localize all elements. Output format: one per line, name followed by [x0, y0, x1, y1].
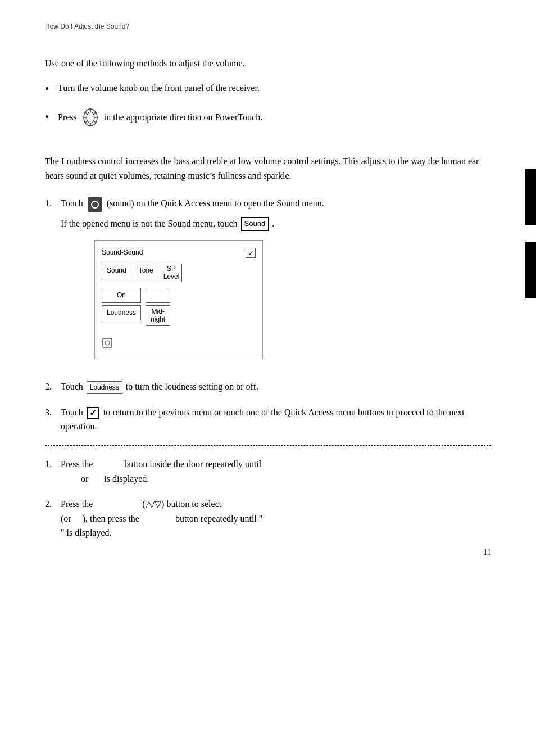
powertouch-icon	[80, 107, 101, 128]
bottom-step-2-content: Press the (△/▽) button to select (or ), …	[61, 497, 262, 540]
screen-cell-empty	[146, 288, 170, 303]
checkmark-box-icon: ✓	[87, 407, 99, 419]
screen-tab-sp-level: SP Level	[161, 264, 183, 282]
sound-menu-icon	[88, 197, 102, 212]
gear-lines	[91, 201, 99, 209]
step-3-text-before: Touch	[61, 408, 85, 417]
bottom-step-2-text2: (or ), then press the button repeatedly …	[61, 514, 262, 523]
sound-menu-badge: Sound	[241, 217, 269, 231]
steps-list: 1. Touch (sound) on the Quick Access men…	[45, 196, 491, 434]
step-3-text-after: to return to the previous menu or touch …	[61, 408, 465, 432]
step-1: 1. Touch (sound) on the Quick Access men…	[45, 196, 491, 368]
step-1-text-before: Touch	[61, 198, 85, 208]
bottom-step-1-content: Press the button inside the door repeate…	[61, 457, 261, 486]
page-number: 11	[484, 548, 491, 557]
bullet-dot-1: •	[45, 80, 49, 97]
bottom-step-1: 1. Press the button inside the door repe…	[45, 457, 491, 486]
bullet-item-1: • Turn the volume knob on the front pane…	[45, 79, 491, 97]
svg-point-11	[105, 341, 110, 345]
screen-col-left: On Loudness	[102, 288, 141, 320]
screen-checkmark: ✓	[246, 248, 256, 258]
screen-cell-midnight: Mid-night	[146, 305, 170, 326]
screen-tab-sound: Sound	[102, 264, 131, 282]
screen-body: On Loudness Mid-night	[102, 288, 256, 326]
bottom-steps-list: 1. Press the button inside the door repe…	[45, 457, 491, 540]
dashed-separator	[45, 445, 491, 446]
screen-title: Sound-Sound	[102, 247, 143, 258]
bottom-step-1-text2: or is displayed.	[61, 474, 149, 483]
screen-image: Sound-Sound ✓ Sound Tone SP Level	[94, 240, 263, 359]
intro-paragraph: Use one of the following methods to adju…	[45, 57, 491, 70]
screen-header: Sound-Sound ✓	[102, 247, 256, 258]
step-2-content: Touch Loudness to turn the loudness sett…	[61, 379, 258, 394]
step-1-sub-note: If the opened menu is not the Sound menu…	[61, 216, 324, 232]
screen-tabs: Sound Tone SP Level	[102, 264, 256, 282]
step-3-content: Touch ✓ to return to the previous menu o…	[61, 405, 491, 434]
screen-col-right: Mid-night	[146, 288, 170, 326]
step-2-text-after: to turn the loudness setting on or off.	[126, 382, 258, 391]
bottom-step-2-num: 2.	[45, 497, 61, 540]
bullet-text-after-2: in the appropriate direction on PowerTou…	[104, 111, 262, 124]
bottom-step-1-text: Press the button inside the door repeate…	[61, 459, 261, 469]
screen-cell-loudness: Loudness	[102, 305, 141, 320]
step-2: 2. Touch Loudness to turn the loudness s…	[45, 379, 491, 394]
step-2-num: 2.	[45, 379, 61, 394]
step-3: 3. Touch ✓ to return to the previous men…	[45, 405, 491, 434]
loudness-paragraph: The Loudness control increases the bass …	[45, 154, 491, 183]
step-1-num: 1.	[45, 196, 61, 368]
step-3-num: 3.	[45, 405, 61, 420]
bullet-text-before-2: Press	[58, 111, 77, 124]
bottom-step-2-text: Press the (△/▽) button to select	[61, 499, 221, 509]
sub-note-text: If the opened menu is not the Sound menu…	[61, 219, 240, 228]
svg-point-1	[87, 112, 94, 123]
right-tab-1	[525, 169, 536, 225]
bullet-text-1: Turn the volume knob on the front panel …	[58, 82, 260, 95]
svg-rect-10	[103, 338, 112, 347]
bottom-step-1-num: 1.	[45, 457, 61, 486]
screen-bottom-icon	[102, 337, 256, 352]
step-2-text-before: Touch	[61, 382, 85, 391]
bullet-item-2: • Press in the appropriate direction	[45, 107, 491, 128]
loudness-badge: Loudness	[87, 381, 122, 394]
sub-note-end: .	[272, 219, 274, 228]
breadcrumb: How Do I Adjust the Sound?	[45, 22, 491, 30]
bottom-step-2: 2. Press the (△/▽) button to select (or …	[45, 497, 491, 540]
sp-label: SP	[167, 265, 176, 273]
level-label: Level	[163, 273, 180, 280]
right-tab-2	[525, 242, 536, 298]
screen-tab-tone: Tone	[134, 264, 158, 282]
screen-cell-on: On	[102, 288, 141, 303]
bullet-dot-2: •	[45, 108, 49, 125]
bottom-step-2-text3: " is displayed.	[61, 528, 112, 537]
step-1-content: Touch (sound) on the Quick Access menu t…	[61, 196, 324, 368]
bullet-list: • Turn the volume knob on the front pane…	[45, 79, 491, 128]
step-1-text-mid: (sound) on the Quick Access menu to open…	[107, 198, 324, 208]
